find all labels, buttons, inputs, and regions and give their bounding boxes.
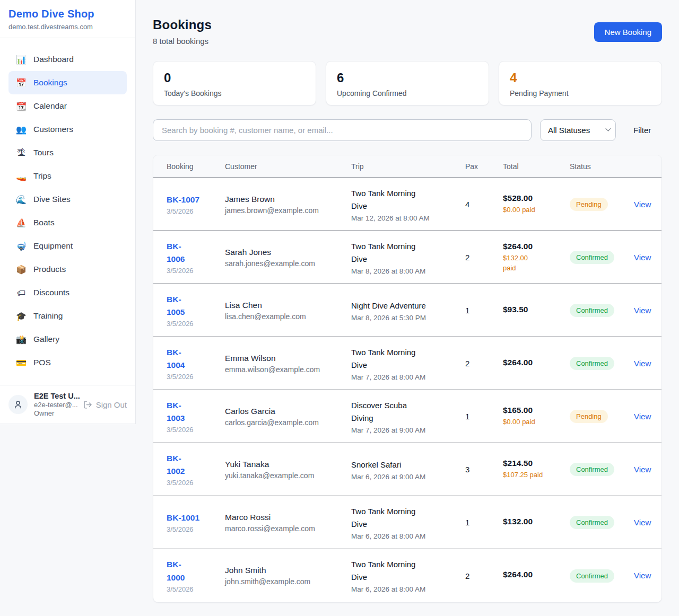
view-link[interactable]: View [634, 253, 651, 262]
sidebar-item-dashboard[interactable]: 📊 Dashboard [8, 48, 127, 71]
booking-number-link[interactable]: BK- 1006 [167, 240, 225, 266]
sidebar-item-dive-sites[interactable]: 🌊 Dive Sites [8, 188, 127, 211]
pax-count: 3 [465, 465, 503, 474]
booking-number-link[interactable]: BK-1007 [167, 193, 225, 206]
stat-label: Upcoming Confirmed [337, 89, 478, 98]
search-input[interactable] [153, 119, 532, 141]
customer-email: lisa.chen@example.com [225, 312, 351, 321]
filter-button[interactable]: Filter [633, 126, 651, 135]
booking-number-link[interactable]: BK-1001 [167, 512, 225, 524]
total-amount: $214.50 [503, 459, 570, 468]
sidebar-item-gallery[interactable]: 📸 Gallery [8, 328, 127, 351]
new-booking-button[interactable]: New Booking [594, 22, 662, 42]
booking-number-link[interactable]: BK- 1002 [167, 452, 225, 478]
total-amount: $264.00 [503, 358, 570, 367]
booking-number-link[interactable]: BK- 1004 [167, 346, 225, 372]
bookings-table: Booking Customer Trip Pax Total Status B… [153, 155, 662, 603]
pax-count: 2 [465, 359, 503, 368]
table-row: BK- 10043/5/2026 Emma Wilsonemma.wilson@… [153, 337, 661, 390]
booking-number-link[interactable]: BK- 1003 [167, 399, 225, 425]
sidebar-item-pos[interactable]: 💳 POS [8, 351, 127, 374]
sidebar-item-equipment[interactable]: 🤿 Equipment [8, 234, 127, 258]
customer-email: yuki.tanaka@example.com [225, 471, 351, 480]
customer-email: james.brown@example.com [225, 206, 351, 215]
trip-name: Two Tank Morning Dive [351, 505, 465, 531]
status-select[interactable]: All Statuses [540, 119, 616, 141]
sidebar-item-boats[interactable]: ⛵ Boats [8, 211, 127, 234]
products-icon: 📦 [16, 265, 27, 275]
tours-icon: 🏝 [16, 148, 27, 158]
status-badge: Confirmed [570, 304, 614, 317]
status-badge: Confirmed [570, 516, 614, 529]
main-content: Bookings 8 total bookings New Booking 0 … [136, 0, 679, 616]
table-row: BK-10073/5/2026 James Brownjames.brown@e… [153, 178, 661, 231]
booking-number-link[interactable]: BK- 1005 [167, 293, 225, 319]
view-link[interactable]: View [634, 306, 651, 315]
view-link[interactable]: View [634, 465, 651, 474]
view-link[interactable]: View [634, 200, 651, 209]
view-link[interactable]: View [634, 412, 651, 421]
sidebar-item-products[interactable]: 📦 Products [8, 258, 127, 281]
total-amount: $132.00 [503, 517, 570, 526]
view-link[interactable]: View [634, 571, 651, 580]
trip-datetime: Mar 8, 2026 at 8:00 AM [351, 267, 465, 275]
avatar [8, 395, 28, 414]
sidebar-item-bookings[interactable]: 📅 Bookings [8, 71, 127, 94]
status-badge: Confirmed [570, 251, 614, 264]
shop-header: Demo Dive Shop demo.test.divestreams.com [0, 0, 135, 38]
paid-amount: $107.25 paid [503, 470, 570, 480]
column-header-trip: Trip [351, 162, 465, 171]
sidebar-item-label: Dive Sites [33, 195, 71, 204]
sidebar-item-calendar[interactable]: 📆 Calendar [8, 94, 127, 118]
column-header-pax: Pax [465, 162, 503, 171]
pax-count: 2 [465, 571, 503, 580]
shop-title: Demo Dive Shop [8, 8, 127, 20]
sidebar-item-label: Boats [33, 218, 55, 227]
customer-name: Carlos Garcia [225, 407, 351, 416]
paid-amount: $0.00 paid [503, 205, 570, 215]
sidebar-item-tours[interactable]: 🏝 Tours [8, 141, 127, 164]
status-badge: Pending [570, 198, 608, 211]
pax-count: 1 [465, 306, 503, 315]
trip-datetime: Mar 7, 2026 at 8:00 AM [351, 373, 465, 381]
booking-date: 3/5/2026 [167, 320, 225, 328]
view-link[interactable]: View [634, 359, 651, 368]
sidebar-item-training[interactable]: 🎓 Training [8, 304, 127, 328]
table-row: BK- 10033/5/2026 Carlos Garciacarlos.gar… [153, 390, 661, 443]
customer-name: Emma Wilson [225, 354, 351, 363]
trip-datetime: Mar 6, 2026 at 9:00 AM [351, 473, 465, 481]
status-badge: Confirmed [570, 357, 614, 370]
stat-card-todays-bookings: 0 Today's Bookings [153, 61, 316, 105]
table-row: BK-10013/5/2026 Marco Rossimarco.rossi@e… [153, 496, 661, 549]
trip-datetime: Mar 6, 2026 at 8:00 AM [351, 532, 465, 540]
view-link[interactable]: View [634, 518, 651, 527]
paid-amount: $0.00 paid [503, 417, 570, 427]
customers-icon: 👥 [16, 125, 27, 135]
booking-number-link[interactable]: BK- 1000 [167, 558, 225, 584]
status-badge: Pending [570, 410, 608, 423]
user-role: Owner [34, 409, 77, 417]
customer-email: john.smith@example.com [225, 577, 351, 586]
sidebar-item-discounts[interactable]: 🏷 Discounts [8, 281, 127, 304]
booking-date: 3/5/2026 [167, 373, 225, 381]
stat-value: 4 [510, 71, 651, 85]
sidebar-item-trips[interactable]: 🚤 Trips [8, 164, 127, 188]
status-select-wrap: All Statuses [540, 119, 616, 141]
sidebar-item-label: Training [33, 311, 63, 321]
page-header: Bookings 8 total bookings New Booking [153, 0, 662, 46]
trip-datetime: Mar 7, 2026 at 9:00 AM [351, 426, 465, 434]
stat-label: Today's Bookings [164, 89, 305, 98]
page-subtitle: 8 total bookings [153, 37, 662, 46]
sign-out-button[interactable]: Sign Out [83, 400, 127, 409]
equipment-icon: 🤿 [16, 241, 27, 251]
booking-date: 3/5/2026 [167, 585, 225, 593]
sidebar-item-customers[interactable]: 👥 Customers [8, 118, 127, 141]
user-email: e2e-tester@... [34, 401, 77, 409]
table-row: BK- 10023/5/2026 Yuki Tanakayuki.tanaka@… [153, 443, 661, 496]
customer-name: John Smith [225, 566, 351, 575]
column-header-customer: Customer [225, 162, 351, 171]
stat-label: Pending Payment [510, 89, 651, 98]
filter-row: All Statuses Filter [153, 119, 662, 141]
column-header-booking: Booking [167, 162, 225, 171]
sidebar-item-label: Dashboard [33, 55, 74, 64]
